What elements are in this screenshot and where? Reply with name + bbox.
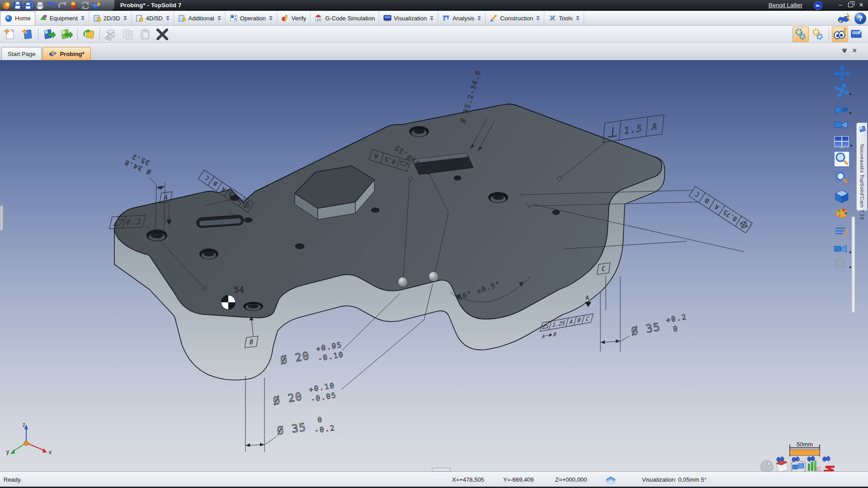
viewport-canvas[interactable]: Ø 35.2-34.8 1.5 A 0.75 A (0, 60, 868, 471)
hole-right-foot (488, 192, 508, 203)
ribbon-tab-verify[interactable]: Verify (277, 11, 311, 25)
ribbon-right-tools: ? (836, 12, 867, 25)
undo-icon[interactable] (47, 1, 57, 10)
toolbar-separator (99, 28, 100, 41)
label-54: 54 (234, 285, 244, 295)
small-hole (295, 244, 304, 249)
refresh-icon[interactable] (80, 1, 90, 10)
ribbon-tab-additional[interactable]: Additional (174, 11, 226, 25)
ribbon-tab-2d3d[interactable]: 2D/3D (89, 11, 132, 25)
title-bar: Probing* - TopSolid 7 Benoit Lallier BL … (0, 0, 868, 11)
probe-pin (429, 272, 439, 282)
chevron-down-icon[interactable] (477, 16, 481, 20)
toolbar-right-group (793, 27, 868, 42)
chevron-down-icon[interactable] (123, 16, 127, 20)
topsolid-window: Probing* - TopSolid 7 Benoit Lallier BL … (0, 0, 868, 488)
chevron-down-icon[interactable] (576, 16, 580, 20)
ribbon-tab-label: Equipment (50, 15, 78, 22)
cut-button[interactable] (103, 27, 119, 42)
status-x: X=+478,505 (452, 476, 484, 483)
save-icon[interactable] (13, 1, 23, 10)
equipment-icon (39, 14, 47, 22)
target-symbol-icon (221, 295, 236, 310)
restore-button[interactable] (846, 1, 854, 9)
document-2d3d-icon (93, 14, 101, 22)
zoom-window-tool-selected[interactable] (834, 151, 849, 167)
ribbon-tab-label: Tools (559, 15, 572, 22)
ribbon-tab-label: Visualization (394, 15, 427, 22)
ribbon-tab-tools[interactable]: Tools (544, 11, 584, 25)
viewport-layout-icon[interactable] (835, 136, 849, 148)
ribbon-tab-home[interactable]: Home (0, 11, 35, 25)
panel-splitter-handle[interactable] (852, 217, 855, 313)
news-doc-icon (859, 125, 866, 132)
reload-document-button[interactable] (80, 27, 97, 42)
visual-check-button[interactable] (832, 27, 848, 42)
export-icon[interactable] (92, 1, 102, 10)
status-y: Y=-669,409 (503, 476, 534, 483)
toolbar-separator (77, 28, 78, 41)
small-hole (371, 208, 379, 212)
tab-close-icon[interactable]: ✕ (852, 47, 857, 54)
render-palette-icon[interactable] (836, 209, 848, 218)
chevron-down-icon[interactable] (269, 16, 273, 20)
tab-probing[interactable]: Probing* (42, 47, 90, 60)
open-green-button[interactable] (58, 27, 75, 42)
help-icon[interactable]: ? (854, 12, 867, 25)
topsolid-logo-icon (1, 1, 11, 10)
camera-direction-icon[interactable] (835, 245, 846, 252)
svg-text:A: A (651, 121, 658, 132)
ribbon-tab-visualization[interactable]: Visualization (379, 11, 438, 25)
ribbon-tab-analysis[interactable]: Analysis (438, 11, 486, 25)
small-hole (244, 218, 252, 222)
screen-capture-button[interactable] (849, 27, 865, 42)
chevron-down-icon[interactable] (217, 16, 221, 20)
chevron-down-icon[interactable] (430, 16, 434, 20)
new-document-button[interactable] (19, 27, 35, 42)
chevron-down-icon[interactable] (536, 16, 540, 20)
news-panel-tab[interactable]: Nouveautés TopSolid'Cam 7.16 (856, 122, 867, 211)
ribbon-tab-4d5d[interactable]: 4D/5D (132, 11, 174, 25)
svg-text:A: A (585, 294, 589, 301)
quick-access-toolbar (0, 0, 114, 11)
tab-list-dropdown-icon[interactable] (842, 49, 847, 53)
scale-label: 50mm (797, 441, 813, 448)
camera-view-icon[interactable] (835, 121, 847, 128)
close-button[interactable]: ✕ (857, 1, 865, 9)
new-part-button[interactable] (2, 27, 18, 42)
copy-button[interactable] (120, 27, 136, 42)
status-visualization: Visualization: 0,05mm 5° (642, 476, 707, 483)
save-all-icon[interactable] (24, 1, 34, 10)
open-document-button[interactable] (41, 27, 57, 42)
ribbon-tab-equipment[interactable]: Equipment (35, 11, 89, 25)
layers-icon[interactable] (605, 475, 617, 484)
delete-button[interactable] (154, 27, 170, 42)
ribbon-tab-bar: Home Equipment 2D/3D 4D/5D Additional Op… (0, 11, 868, 26)
paste-button[interactable] (137, 27, 153, 42)
simulate-icon[interactable] (69, 1, 79, 10)
ribbon-tab-construction[interactable]: Construction (486, 11, 544, 25)
left-edge-tab[interactable] (0, 206, 3, 230)
user-avatar[interactable]: BL (814, 1, 822, 10)
ribbon-tab-label: Construction (500, 15, 533, 22)
ribbon-tab-label: 4D/5D (146, 15, 163, 22)
svg-text:?: ? (844, 229, 848, 236)
ribbon-tab-operation[interactable]: Operation (226, 11, 277, 25)
ribbon-tab-label: G-Code Simulation (325, 15, 375, 22)
viewport-3d[interactable]: Ø 35.2-34.8 1.5 A 0.75 A (0, 60, 868, 471)
bottom-scroll-handle[interactable] (432, 468, 450, 471)
ribbon-tab-gcode-simulation[interactable]: G-Code Simulation (311, 11, 379, 25)
hole-left-foot (243, 302, 263, 311)
user-account-link[interactable]: Benoit Lallier (769, 2, 802, 9)
settings-gears-button[interactable] (810, 27, 826, 42)
print-icon[interactable] (35, 1, 45, 10)
tab-start-page[interactable]: Start Page (1, 47, 42, 60)
redo-icon[interactable] (58, 1, 68, 10)
chevron-down-icon[interactable] (166, 16, 170, 20)
hole-left-mid (199, 249, 218, 259)
chevron-down-icon[interactable] (81, 16, 85, 20)
operation-icon (230, 14, 238, 22)
options-gears-button[interactable] (793, 27, 809, 42)
minimize-button[interactable]: – (836, 1, 844, 9)
search-binoculars-icon[interactable] (836, 12, 852, 25)
